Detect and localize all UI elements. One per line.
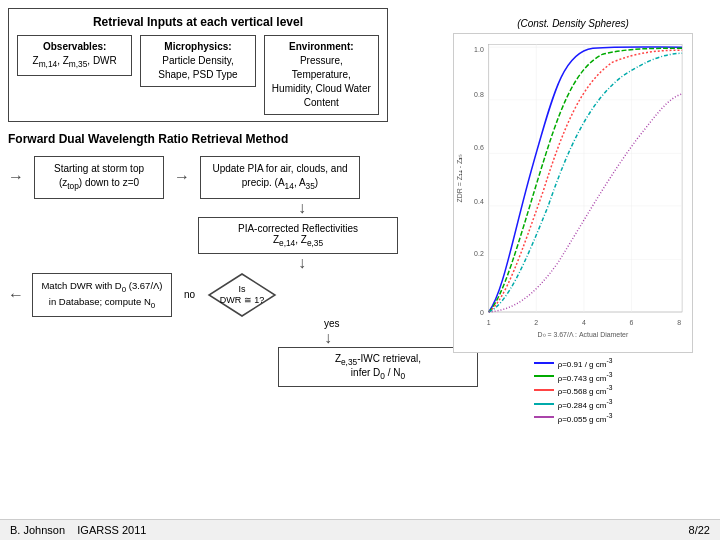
svg-text:0.2: 0.2: [474, 250, 484, 257]
svg-text:1.0: 1.0: [474, 46, 484, 53]
observables-box: Observables: Zm,14, Zm,35, DWR: [17, 35, 132, 76]
footer-author: B. Johnson IGARSS 2011: [10, 524, 146, 536]
legend-color-2: [534, 375, 554, 377]
environment-label: Environment:: [271, 40, 372, 54]
retrieval-inputs-row: Observables: Zm,14, Zm,35, DWR Microphys…: [17, 35, 379, 115]
retrieval-title: Retrieval Inputs at each vertical level: [17, 15, 379, 29]
pia-row: PIA-corrected ReflectivitiesZe,14, Ze,35: [198, 217, 398, 254]
forward-method-label: Forward Dual Wavelength Ratio Retrieval …: [8, 132, 428, 146]
slide-number: 8/22: [689, 524, 710, 536]
svg-text:0.4: 0.4: [474, 198, 484, 205]
yes-label-row: yes: [296, 318, 340, 329]
conference-name: IGARSS 2011: [77, 524, 146, 536]
svg-text:0.6: 0.6: [474, 144, 484, 151]
author-name: B. Johnson: [10, 524, 65, 536]
left-dashed-arrow: ←: [8, 286, 24, 304]
svg-text:ZDR = Z₁₄ - Z₃₅: ZDR = Z₁₄ - Z₃₅: [456, 154, 463, 203]
arrow-step1-to-step2: →: [174, 168, 190, 186]
legend-label-3: ρ=0.568 g cm-3: [558, 384, 613, 396]
flowchart-bottom-row: ← Match DWR with D0 (3.67/Λ) in Database…: [8, 272, 277, 318]
retrieval-title-text: Retrieval Inputs at each vertical level: [93, 15, 303, 29]
svg-text:8: 8: [677, 319, 681, 326]
legend-label-2: ρ=0.743 g cm-3: [558, 371, 613, 383]
graph-legend: ρ=0.91 / g cm-3 ρ=0.743 g cm-3 ρ=0.568 g…: [534, 357, 613, 425]
microphysics-box: Microphysics: Particle Density, Shape, P…: [140, 35, 255, 87]
legend-item-3: ρ=0.568 g cm-3: [534, 384, 613, 396]
svg-text:D₀ = 3.67/Λ : Actual Diameter: D₀ = 3.67/Λ : Actual Diameter: [538, 331, 629, 338]
no-label: no: [184, 289, 195, 300]
svg-text:1: 1: [487, 319, 491, 326]
pia-box: PIA-corrected ReflectivitiesZe,14, Ze,35: [198, 217, 398, 254]
environment-box: Environment: Pressure, Temperature, Humi…: [264, 35, 379, 115]
right-panel: (Const. Density Spheres) 0 0.2 0.4 0.6: [434, 8, 712, 511]
step2-box: Update PIA for air, clouds, and precip. …: [200, 156, 360, 199]
page: Retrieval Inputs at each vertical level …: [0, 0, 720, 540]
legend-color-5: [534, 416, 554, 418]
legend-label-1: ρ=0.91 / g cm-3: [558, 357, 613, 369]
arrow-down-ze: ↓: [324, 329, 332, 347]
ze-row: Ze,35-IWC retrieval,infer D0 / N0: [198, 347, 478, 387]
retrieval-inputs-box: Retrieval Inputs at each vertical level …: [8, 8, 388, 122]
microphysics-vars: Particle Density, Shape, PSD Type: [147, 54, 248, 82]
dwr-diamond: IsDWR ≅ 1?: [207, 272, 277, 318]
legend-label-5: ρ=0.055 g cm-3: [558, 412, 613, 424]
svg-text:2: 2: [534, 319, 538, 326]
dwr-match-box: Match DWR with D0 (3.67/Λ) in Database; …: [32, 273, 172, 317]
svg-rect-1: [489, 44, 682, 312]
legend-item-5: ρ=0.055 g cm-3: [534, 412, 613, 424]
svg-text:6: 6: [630, 319, 634, 326]
flowchart: → Starting at storm top (ztop) down to z…: [8, 156, 428, 387]
left-arrow-indicator: →: [8, 168, 24, 186]
arrow-down-pia: ↓: [298, 199, 306, 217]
microphysics-label: Microphysics:: [147, 40, 248, 54]
diamond-text: IsDWR ≅ 1?: [220, 284, 265, 306]
main-content: Retrieval Inputs at each vertical level …: [0, 0, 720, 519]
legend-item-1: ρ=0.91 / g cm-3: [534, 357, 613, 369]
svg-text:0: 0: [480, 309, 484, 316]
svg-text:4: 4: [582, 319, 586, 326]
yes-label: yes: [324, 318, 340, 329]
graph-svg: 0 0.2 0.4 0.6 0.8 1.0 1 2 4: [454, 34, 692, 352]
const-density-label: (Const. Density Spheres): [517, 18, 629, 29]
step1-box: Starting at storm top (ztop) down to z=0: [34, 156, 164, 199]
legend-color-4: [534, 403, 554, 405]
arrow-down-dwr: ↓: [298, 254, 306, 272]
observables-vars: Zm,14, Zm,35, DWR: [24, 54, 125, 71]
legend-color-3: [534, 389, 554, 391]
left-panel: Retrieval Inputs at each vertical level …: [8, 8, 428, 511]
legend-item-2: ρ=0.743 g cm-3: [534, 371, 613, 383]
legend-item-4: ρ=0.284 g cm-3: [534, 398, 613, 410]
observables-label: Observables:: [24, 40, 125, 54]
legend-color-1: [534, 362, 554, 364]
legend-label-4: ρ=0.284 g cm-3: [558, 398, 613, 410]
svg-text:0.8: 0.8: [474, 91, 484, 98]
yes-arrow-section: yes ↓: [296, 318, 340, 347]
flowchart-top-row: → Starting at storm top (ztop) down to z…: [8, 156, 360, 199]
graph-container: 0 0.2 0.4 0.6 0.8 1.0 1 2 4: [453, 33, 693, 353]
environment-vars: Pressure, Temperature, Humidity, Cloud W…: [271, 54, 372, 110]
ze-box: Ze,35-IWC retrieval,infer D0 / N0: [278, 347, 478, 387]
footer: B. Johnson IGARSS 2011 8/22: [0, 519, 720, 540]
